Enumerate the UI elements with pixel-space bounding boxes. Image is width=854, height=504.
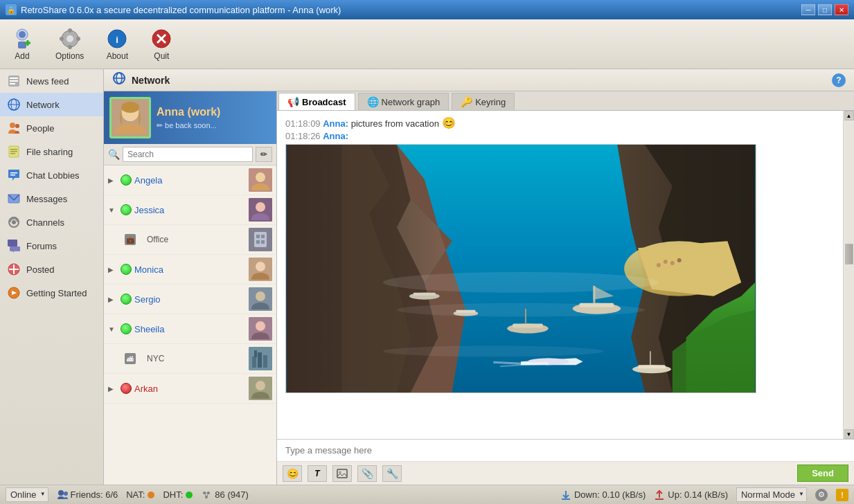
edit-button[interactable]: ✏ [256,147,272,162]
svg-point-33 [12,220,16,224]
thumb-nyc [249,347,272,370]
titlebar-controls[interactable]: ─ □ ✕ [801,4,848,15]
svg-point-44 [121,102,139,113]
friends-list: ▶ Angela ▼ Jessica [104,165,276,485]
minimize-button[interactable]: ─ [801,4,815,15]
friend-item-arkan[interactable]: ▶ Arkan [104,374,276,404]
network-graph-tab-label: Network graph [382,97,441,107]
friend-item-nyc[interactable]: 🏙 NYC [104,344,276,374]
maximize-button[interactable]: □ [818,4,832,15]
about-button[interactable]: i About [100,25,134,64]
friend-item-sheeila[interactable]: ▼ Sheeila [104,314,276,344]
friend-item-jessica[interactable]: ▼ Jessica [104,195,276,225]
posted-icon [7,262,21,276]
expand-jessica[interactable]: ▼ [108,206,118,214]
friend-name-monica: Monica [134,264,246,275]
mode-dropdown[interactable]: Normal Mode [736,487,807,502]
sidebar-item-messages[interactable]: Messages [0,187,103,210]
network-header-title: Network [132,75,826,86]
friend-item-office[interactable]: 💼 Office [104,225,276,255]
thumb-sergio [249,287,272,311]
help-button[interactable]: ? [832,73,846,87]
messages-icon [7,192,21,206]
about-icon: i [106,28,128,50]
svg-rect-19 [10,83,15,84]
svg-point-1 [19,31,26,38]
tab-keyring[interactable]: 🔑 Keyring [452,93,515,110]
svg-rect-63 [258,352,262,368]
scroll-up-arrow[interactable]: ▲ [844,111,854,120]
quit-label: Quit [154,51,169,61]
vacation-photo [285,144,756,393]
sidebar: News feed Network People [0,69,104,485]
svg-point-72 [670,261,675,265]
tab-broadcast[interactable]: 📢 Broadcast [278,93,355,110]
friend-item-monica[interactable]: ▶ Monica [104,255,276,285]
message-input[interactable] [277,440,854,462]
svg-point-94 [58,490,64,496]
quit-button[interactable]: Quit [145,25,178,64]
svg-rect-27 [10,151,17,152]
profile-card[interactable]: Anna (work) be back soon... [104,91,276,144]
broadcast-tab-label: Broadcast [302,97,346,107]
svg-point-70 [657,263,661,267]
status-jessica [121,204,132,215]
msg-time-2: 01:18:26 [285,131,321,141]
msg-time-1: 01:18:09 [285,118,321,129]
svg-point-73 [677,258,682,262]
options-button[interactable]: Options [50,25,89,64]
statusbar-settings-icon[interactable]: ⚙ [815,489,828,501]
add-label: Add [15,51,29,61]
svg-point-6 [66,35,73,42]
add-button[interactable]: Add [6,25,39,64]
svg-rect-78 [580,303,614,307]
sidebar-item-people[interactable]: People [0,116,103,140]
search-input[interactable] [123,147,253,162]
svg-point-71 [664,260,668,264]
keyring-tab-label: Keyring [475,97,506,107]
svg-rect-85 [513,324,543,328]
svg-point-93 [339,471,341,473]
sidebar-item-channels[interactable]: Channels [0,210,103,234]
send-button[interactable]: Send [797,465,848,482]
tab-network-graph[interactable]: 🌐 Network graph [358,93,450,110]
scroll-track [844,120,854,429]
scroll-thumb[interactable] [845,244,853,264]
emoji-button[interactable]: 😊 [283,465,302,482]
close-button[interactable]: ✕ [835,4,848,15]
online-dropdown[interactable]: Online [6,487,48,502]
svg-rect-17 [10,78,18,79]
sidebar-item-chat-lobbies[interactable]: Chat Lobbies [0,163,103,187]
expand-monica[interactable]: ▶ [108,266,118,273]
expand-angela[interactable]: ▶ [108,177,118,184]
sidebar-item-network[interactable]: Network [0,93,103,116]
expand-sheeila[interactable]: ▼ [108,325,118,333]
friend-item-angela[interactable]: ▶ Angela [104,165,276,195]
sidebar-item-file-sharing[interactable]: File sharing [0,140,103,163]
warning-icon[interactable]: ! [836,489,848,501]
sidebar-item-posted[interactable]: Posted [0,258,103,281]
sidebar-item-forums[interactable]: Forums [0,234,103,258]
file-sharing-icon [7,145,21,159]
svg-rect-50 [254,232,267,247]
image-button[interactable] [332,465,352,482]
msg-emoji-1: 😊 [442,117,456,129]
friend-name-angela: Angela [134,175,246,186]
forums-label: Forums [26,241,57,251]
peers-label: 86 (947) [215,489,248,500]
up-label: Up: 0.14 (kB/s) [668,489,728,500]
settings-button[interactable]: 🔧 [382,465,402,482]
svg-text:i: i [116,35,119,45]
sidebar-item-news-feed[interactable]: News feed [0,69,103,93]
expand-sergio[interactable]: ▶ [108,296,118,303]
svg-point-8 [68,45,72,49]
expand-arkan[interactable]: ▶ [108,385,118,393]
sidebar-item-getting-started[interactable]: Getting Started [0,281,103,305]
friend-name-sheeila: Sheeila [134,324,246,334]
text-format-button[interactable]: T [308,465,327,482]
attach-button[interactable]: 📎 [357,465,377,482]
friend-item-sergio[interactable]: ▶ Sergio [104,285,276,314]
svg-rect-83 [650,351,651,365]
scroll-down-arrow[interactable]: ▼ [844,429,854,439]
message-1: 01:18:09 Anna: pictures from vacation 😊 [285,116,835,129]
